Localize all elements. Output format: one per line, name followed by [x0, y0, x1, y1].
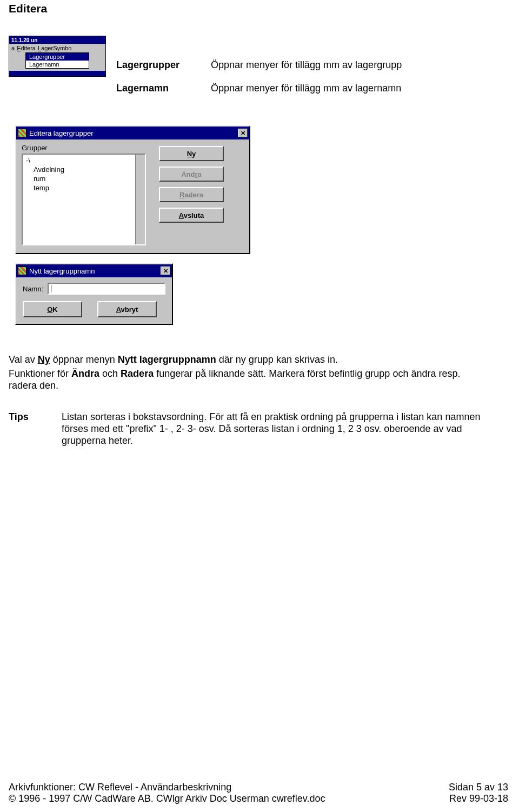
radera-button[interactable]: Radera [159, 187, 224, 202]
list-item[interactable]: -\ [26, 156, 135, 165]
dialog-editera-lagergrupper: Editera lagergrupper ✕ Grupper -\ Avdeln… [15, 125, 250, 254]
tip-text: Listan sorteras i bokstavsordning. För a… [62, 411, 487, 447]
titlebar-text: Editera lagergrupper [29, 129, 238, 137]
text: och [99, 368, 121, 379]
text: Funktioner för [9, 368, 71, 379]
avsluta-button[interactable]: Avsluta [159, 208, 224, 223]
andra-button[interactable]: Ändra [159, 167, 224, 182]
titlebar-text: Nytt lagergruppnamn [29, 267, 161, 275]
groups-label: Grupper [22, 144, 146, 152]
text: Val av [9, 354, 38, 365]
footer-left-2: © 1996 - 1997 C/W CadWare AB. CWlgr Arki… [9, 793, 325, 804]
text-andra: Ändra [71, 368, 99, 379]
text-ny: Ny [38, 354, 50, 365]
desc-lagernamn: Öppnar menyer för tillägg mm av lagernam… [211, 83, 401, 94]
titlebar-fragment: 11.1.20 un [9, 36, 105, 44]
menubar-fragment: 11.1.20 un a Editera LagerSymbo Lagergru… [9, 36, 106, 77]
footer-left-1: Arkivfunktioner: CW Reflevel - Användarb… [9, 782, 325, 793]
footer-right-1: Sidan 5 av 13 [449, 782, 508, 793]
text-radera: Radera [121, 368, 154, 379]
term-lagernamn: Lagernamn [116, 83, 211, 94]
titlebar: Nytt lagergruppnamn ✕ [16, 264, 172, 277]
avbryt-button[interactable]: Avbryt [97, 301, 157, 317]
tip-label: Tips [9, 411, 62, 447]
page-footer: Arkivfunktioner: CW Reflevel - Användarb… [9, 782, 508, 804]
menu-row: a Editera LagerSymbo [9, 44, 105, 52]
dialog-nytt-lagergruppnamn: Nytt lagergruppnamn ✕ Namn: OK Avbryt [15, 263, 173, 325]
app-icon [18, 129, 26, 137]
name-label: Namn: [23, 285, 43, 293]
titlebar: Editera lagergrupper ✕ [16, 127, 249, 139]
dropdown-item: Lagernamn [26, 61, 89, 68]
menu-item-editera: Editera [17, 45, 36, 51]
list-item[interactable]: rum [26, 174, 135, 183]
menu-item: a [11, 45, 15, 51]
text-nytt: Nytt lagergruppnamn [118, 354, 216, 365]
text: öppnar menyn [50, 354, 118, 365]
footer-right-2: Rev 99-03-18 [449, 793, 508, 804]
list-item[interactable]: Avdelning [26, 165, 135, 174]
ok-button[interactable]: OK [23, 301, 82, 317]
desc-lagergrupper: Öppnar menyer för tillägg mm av lagergru… [211, 59, 402, 71]
term-lagergrupper: Lagergrupper [116, 59, 211, 71]
definition-table: Lagergrupper Öppnar menyer för tillägg m… [116, 59, 402, 106]
scrollbar[interactable] [135, 155, 145, 244]
close-icon[interactable]: ✕ [238, 129, 248, 137]
menu-item-lagersymbo: LagerSymbo [38, 45, 71, 51]
close-icon[interactable]: ✕ [161, 267, 170, 275]
list-item[interactable]: temp [26, 183, 135, 192]
text: där ny grupp kan skrivas in. [216, 354, 338, 365]
name-input[interactable] [48, 283, 165, 295]
groups-listbox[interactable]: -\ Avdelning rum temp [22, 154, 146, 245]
page-heading: Editera [9, 2, 47, 15]
tip-block: Tips Listan sorteras i bokstavsordning. … [9, 411, 487, 447]
app-icon [18, 267, 26, 275]
body-paragraph: Val av Ny öppnar menyn Nytt lagergruppna… [9, 354, 487, 394]
ny-button[interactable]: Ny [159, 146, 224, 161]
dropdown-selected: Lagergrupper [26, 53, 89, 61]
dropdown: Lagergrupper Lagernamn [25, 52, 89, 69]
bottom-fragment [9, 71, 105, 76]
